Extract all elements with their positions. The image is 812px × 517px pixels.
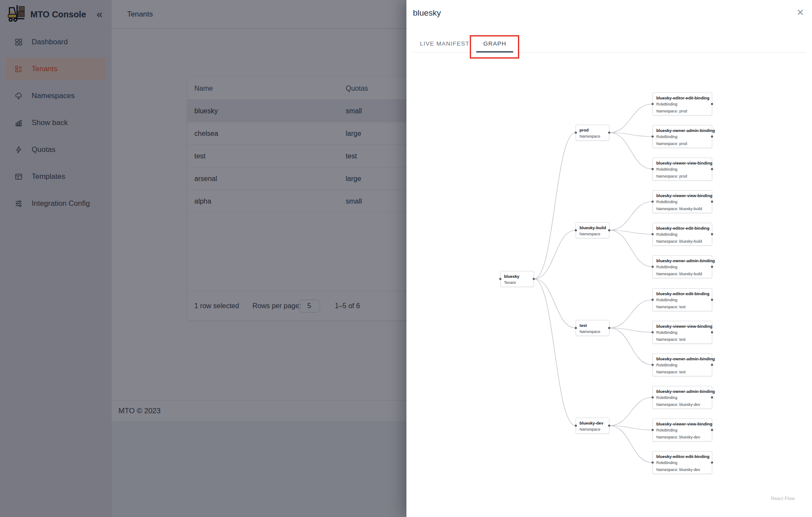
graph-edge (609, 426, 652, 463)
graph-node-line: Namespace: bluesky-dev (656, 434, 708, 440)
graph-node-title: bluesky-dev (580, 421, 606, 425)
graph-node-line: RoleBinding (656, 460, 708, 466)
graph-node-title: test (580, 323, 606, 328)
graph-edge (609, 398, 652, 426)
graph-node-rb-12[interactable]: bluesky-editor-edit-bindingRoleBindingNa… (652, 451, 712, 474)
graph-node-line: Tenant (504, 280, 530, 286)
graph-node-line: Namespace: bluesky-dev (656, 402, 708, 408)
graph-node-line: Namespace: bluesky-dev (656, 467, 708, 473)
graph-node-line: Namespace: bluesky-build (656, 271, 708, 277)
graph-node-title: bluesky-editor-edit-binding (656, 226, 708, 231)
graph-node-title: bluesky-viewer-view-binding (656, 422, 708, 426)
tenant-detail-drawer: bluesky ✕ LIVE MANIFEST GRAPH blueskyTen… (406, 0, 812, 517)
graph-node-line: Namespace (580, 329, 606, 335)
graph-edge (534, 279, 576, 426)
graph-edge (609, 300, 652, 328)
graph-node-line: RoleBinding (656, 134, 708, 140)
graph-node-title: bluesky-owner-admin-binding (656, 258, 708, 263)
graph-node-title: bluesky-owner-admin-binding (656, 128, 708, 133)
graph-node-line: RoleBinding (656, 297, 708, 303)
graph-node-line: Namespace (580, 426, 606, 432)
graph-node-line: RoleBinding (656, 362, 708, 368)
graph-node-line: Namespace (580, 133, 606, 139)
graph-edge (609, 133, 652, 137)
graph-node-rb-8[interactable]: bluesky-viewer-view-bindingRoleBindingNa… (652, 321, 712, 344)
graph-node-rb-6[interactable]: bluesky-owner-admin-bindingRoleBindingNa… (652, 255, 712, 278)
graph-node-tenant[interactable]: blueskyTenant (500, 271, 534, 287)
graph-node-line: Namespace: bluesky-build (656, 206, 708, 212)
graph-node-line: Namespace: prod (656, 173, 708, 179)
graph-node-rb-7[interactable]: bluesky-editor-edit-bindingRoleBindingNa… (652, 288, 712, 311)
graph-edge (534, 133, 576, 279)
graph-node-title: bluesky-build (580, 225, 606, 230)
graph-node-title: bluesky-owner-admin-binding (656, 389, 708, 394)
graph-edge (609, 104, 652, 133)
graph-node-line: RoleBinding (656, 395, 708, 401)
graph-edge (609, 426, 652, 430)
backdrop-overlay[interactable] (0, 0, 406, 517)
graph-node-line: Namespace: bluesky-build (656, 238, 708, 244)
graph-node-title: bluesky-viewer-view-binding (656, 193, 708, 198)
graph-node-line: Namespace (580, 231, 606, 237)
graph-node-rb-2[interactable]: bluesky-owner-admin-bindingRoleBindingNa… (652, 125, 712, 148)
graph-node-line: RoleBinding (656, 264, 708, 270)
graph-node-title: bluesky (504, 274, 530, 279)
graph-node-title: bluesky-editor-edit-binding (656, 291, 708, 296)
graph-node-line: RoleBinding (656, 231, 708, 237)
graph-edge (609, 328, 652, 365)
graph-node-title: bluesky-viewer-view-binding (656, 161, 708, 165)
graph-edge (609, 133, 652, 169)
graph-node-title: bluesky-owner-admin-binding (656, 356, 708, 361)
graph-node-title: bluesky-editor-edit-binding (656, 95, 708, 100)
graph-node-ns-dev[interactable]: bluesky-devNamespace (576, 418, 609, 434)
graph-node-line: Namespace: test (656, 304, 708, 310)
graph-edge (609, 328, 652, 333)
graph-edge (609, 231, 652, 234)
graph-edges (406, 0, 812, 517)
graph-node-line: RoleBinding (656, 199, 708, 205)
graph-node-line: RoleBinding (656, 101, 708, 107)
graph-node-rb-10[interactable]: bluesky-owner-admin-bindingRoleBindingNa… (652, 386, 712, 409)
graph-node-rb-9[interactable]: bluesky-owner-admin-bindingRoleBindingNa… (652, 353, 712, 376)
graph-edge (609, 231, 652, 267)
graph-edge (609, 202, 652, 231)
graph-edge (534, 231, 576, 279)
graph-node-rb-5[interactable]: bluesky-editor-edit-bindingRoleBindingNa… (652, 223, 712, 246)
graph-node-line: Namespace: prod (656, 108, 708, 114)
graph-node-title: bluesky-viewer-view-binding (656, 324, 708, 329)
graph-node-ns-test[interactable]: testNamespace (576, 320, 609, 336)
graph-node-line: RoleBinding (656, 166, 708, 172)
graph-node-ns-prod[interactable]: prodNamespace (576, 125, 609, 141)
graph-node-line: RoleBinding (656, 427, 708, 433)
graph-node-line: Namespace: test (656, 336, 708, 342)
graph-node-rb-11[interactable]: bluesky-viewer-view-bindingRoleBindingNa… (652, 418, 712, 441)
graph-edge (534, 279, 576, 328)
graph-node-rb-1[interactable]: bluesky-editor-edit-bindingRoleBindingNa… (652, 92, 712, 115)
graph-node-rb-4[interactable]: bluesky-viewer-view-bindingRoleBindingNa… (652, 190, 712, 213)
app-root: MTO Console « DashboardTenantsNamespaces… (0, 0, 812, 517)
graph-node-line: RoleBinding (656, 329, 708, 336)
graph-node-title: bluesky-editor-edit-binding (656, 454, 708, 459)
graph-node-ns-build[interactable]: bluesky-buildNamespace (576, 222, 609, 238)
react-flow-attribution[interactable]: React Flow (771, 496, 795, 501)
graph-node-title: prod (580, 128, 606, 132)
graph-node-line: Namespace: prod (656, 141, 708, 147)
graph-node-line: Namespace: test (656, 369, 708, 375)
graph-node-rb-3[interactable]: bluesky-viewer-view-bindingRoleBindingNa… (652, 158, 712, 181)
react-flow-graph: blueskyTenantprodNamespacebluesky-buildN… (406, 0, 812, 517)
